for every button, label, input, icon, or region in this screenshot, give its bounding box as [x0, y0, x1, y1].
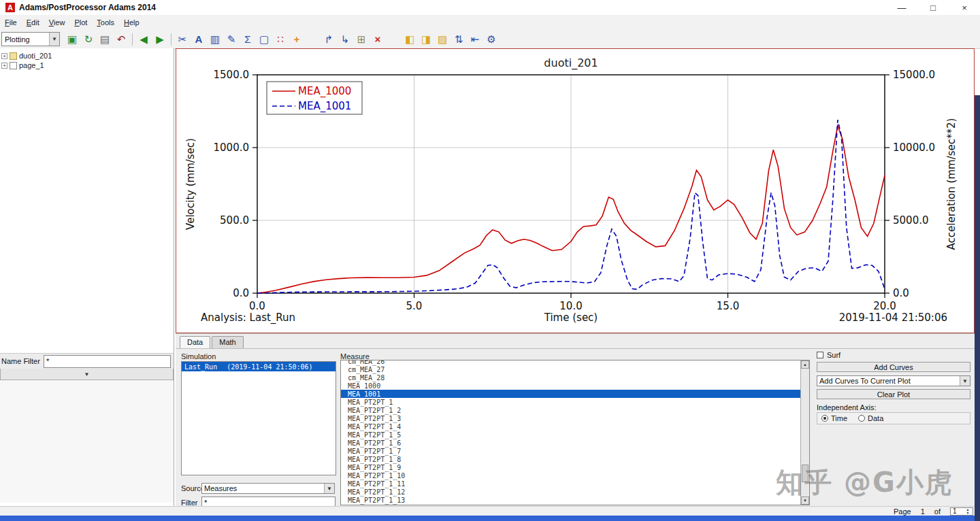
tree-item-label: page_1 — [19, 61, 44, 69]
name-filter-block: Name Filter ▼ — [0, 353, 174, 503]
previous-page-icon[interactable]: ⇤ — [468, 32, 483, 46]
chevron-down-icon[interactable]: ▼ — [324, 484, 334, 493]
measure-item[interactable]: MEA_PT2PT_1_9 — [341, 463, 800, 471]
plot-canvas[interactable]: 0.05.010.015.020.00.0500.01000.01500.00.… — [176, 49, 974, 333]
page-spinner-value: 1 — [951, 507, 957, 515]
y-left-axis-label: Velocity (mm/sec) — [184, 138, 197, 230]
measure-item[interactable]: MEA_PT2PT_1_5 — [341, 431, 800, 439]
name-filter-input[interactable] — [44, 355, 171, 368]
play-animation-icon[interactable]: ▶ — [152, 32, 167, 46]
menu-plot[interactable]: Plot — [69, 17, 92, 28]
menu-view[interactable]: View — [44, 17, 70, 28]
simulation-timestamp: (2019-11-04 21:50:06) — [227, 363, 312, 371]
print-icon[interactable]: ▤ — [97, 32, 112, 46]
clear-plot-button[interactable]: Clear Plot — [817, 389, 970, 399]
tab-data[interactable]: Data — [180, 336, 210, 348]
measure-item[interactable]: MEA_PT2PT_1_8 — [341, 455, 800, 463]
measure-list[interactable]: cm_MEA_26cm_MEA_27cm_MEA_28MEA_1000MEA_1… — [340, 360, 810, 505]
x-axis-label: Time (sec) — [544, 312, 598, 324]
shift-curve-down-icon[interactable]: ↳ — [338, 32, 353, 46]
chevron-down-icon: ▼ — [84, 371, 90, 377]
timestamp-annotation: 2019-11-04 21:50:06 — [839, 312, 947, 324]
chevron-down-icon[interactable]: ▼ — [49, 33, 59, 46]
preferences-gear-icon[interactable]: ⚙ — [484, 32, 499, 46]
measure-item[interactable]: MEA_PT2PT_1 — [341, 398, 800, 406]
tab-math[interactable]: Math — [212, 336, 243, 348]
toolbar-separator — [132, 33, 133, 46]
measure-item[interactable]: MEA_PT2PT_1_4 — [341, 422, 800, 431]
select-region-icon[interactable]: ▢ — [257, 32, 272, 46]
page-layout-icon[interactable]: ◧ — [402, 32, 417, 46]
measure-item[interactable]: MEA_PT2PT_1_6 — [341, 439, 800, 447]
delete-page-icon[interactable]: × — [370, 32, 385, 46]
measure-item[interactable]: MEA_1000 — [341, 382, 800, 390]
measure-item[interactable]: MEA_PT2PT_1_10 — [341, 471, 800, 480]
menu-help[interactable]: Help — [119, 17, 144, 28]
mode-select-value: Plotting — [2, 35, 49, 44]
tree-item-duoti_201[interactable]: +duoti_201 — [1, 51, 172, 61]
maximize-button[interactable]: □ — [917, 0, 949, 15]
close-button[interactable]: × — [949, 0, 980, 15]
scroll-up-icon[interactable]: ▲ — [801, 360, 809, 369]
source-select[interactable]: Measures ▼ — [201, 483, 335, 494]
expander-icon[interactable]: + — [1, 53, 7, 59]
plot-view-icon[interactable]: ◨ — [419, 32, 434, 46]
independent-axis-radio-data[interactable] — [858, 415, 865, 422]
math-sum-icon[interactable]: Σ — [240, 32, 255, 46]
simulation-item[interactable]: Last_Run(2019-11-04 21:50:06) — [182, 362, 336, 371]
source-label: Source — [181, 484, 201, 492]
simulation-list[interactable]: Last_Run(2019-11-04 21:50:06) — [181, 361, 336, 475]
measure-item[interactable]: MEA_PT2PT_1_11 — [341, 480, 800, 488]
swap-axes-icon[interactable]: ⇅ — [451, 32, 466, 46]
menu-tools[interactable]: Tools — [92, 17, 119, 28]
x-tick-label: 15.0 — [717, 300, 739, 312]
tree-item-page_1[interactable]: +page_1 — [1, 61, 172, 70]
expander-icon[interactable]: + — [1, 63, 7, 69]
titlebar: A Adams/PostProcessor Adams 2014 — □ × — [0, 0, 980, 16]
independent-axis-radio-time[interactable] — [821, 415, 828, 422]
crop-curves-icon[interactable]: ✂ — [175, 32, 190, 46]
menu-edit[interactable]: Edit — [22, 17, 44, 28]
plot-area[interactable]: 0.05.010.015.020.00.0500.01000.01500.00.… — [176, 48, 975, 333]
pan-hand-icon[interactable]: + — [289, 32, 304, 46]
name-filter-label: Name Filter — [0, 357, 44, 365]
measure-item[interactable]: cm_MEA_27 — [341, 365, 800, 373]
measure-item[interactable]: MEA_PT2PT_1_13 — [341, 496, 800, 504]
tree-panel: +duoti_201+page_1 Name Filter ▼ — [0, 48, 174, 506]
add-mode-select[interactable]: Add Curves To Current Plot ▼ — [817, 375, 970, 386]
menu-file[interactable]: File — [0, 17, 22, 28]
spinner-arrows-icon[interactable]: ▲▼ — [966, 508, 970, 515]
table-view-icon[interactable]: ▨ — [435, 32, 450, 46]
independent-axis-option-label: Time — [831, 414, 847, 422]
rewind-icon[interactable]: ◀ — [136, 32, 151, 46]
scatter-points-icon[interactable]: ∷ — [273, 32, 288, 46]
add-curves-button[interactable]: Add Curves — [817, 362, 970, 372]
plot-template-icon[interactable]: ▥ — [208, 32, 223, 46]
measure-item[interactable]: MEA_PT2PT_1_2 — [341, 406, 800, 414]
add-text-icon[interactable]: A — [191, 32, 206, 46]
measure-item[interactable]: cm_MEA_26 — [341, 360, 800, 365]
reload-icon[interactable]: ↻ — [81, 32, 96, 46]
legend-entry-label: MEA_1000 — [298, 85, 351, 98]
measure-item[interactable]: MEA_1001 — [341, 390, 800, 398]
undo-icon[interactable]: ↶ — [114, 32, 129, 46]
mode-select[interactable]: Plotting ▼ — [1, 32, 60, 46]
page-number: 1 — [921, 507, 925, 516]
curve-edit-icon[interactable]: ✎ — [224, 32, 239, 46]
copy-page-icon[interactable]: ⊞ — [354, 32, 369, 46]
surf-option[interactable]: Surf — [817, 351, 840, 359]
name-filter-dropdown[interactable]: ▼ — [0, 369, 174, 380]
y-left-tick-label: 0.0 — [233, 287, 249, 299]
surf-checkbox[interactable] — [817, 352, 823, 358]
measure-item[interactable]: MEA_PT2PT_1_3 — [341, 414, 800, 422]
independent-axis-options: TimeData — [817, 412, 970, 424]
page-spinner[interactable]: 1 ▲▼ — [950, 507, 973, 516]
new-analysis-icon[interactable]: ▣ — [65, 32, 80, 46]
measure-item[interactable]: MEA_PT2PT_1_12 — [341, 488, 800, 496]
chevron-down-icon[interactable]: ▼ — [960, 376, 970, 386]
shift-curve-up-icon[interactable]: ↱ — [321, 32, 336, 46]
minimize-button[interactable]: — — [886, 0, 917, 15]
measure-item[interactable]: cm_MEA_28 — [341, 373, 800, 382]
add-mode-select-value: Add Curves To Current Plot — [817, 377, 960, 385]
measure-item[interactable]: MEA_PT2PT_1_7 — [341, 447, 800, 455]
